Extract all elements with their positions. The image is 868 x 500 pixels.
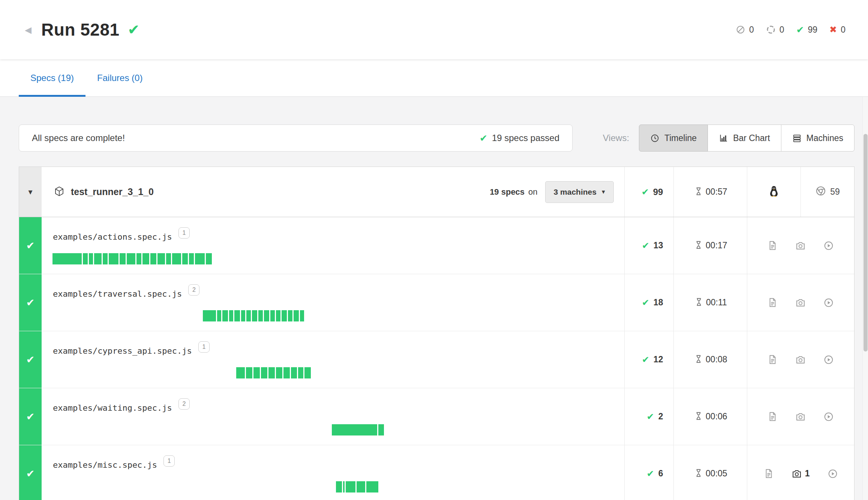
timeline-bar[interactable]: [203, 310, 304, 321]
clock-icon: [650, 134, 660, 143]
spec-status-cell: ✔: [19, 274, 42, 331]
spec-cell[interactable]: examples/cypress_api.spec.js 1: [42, 331, 624, 388]
header: ◂ Run 5281 ✔ 0 0 ✔ 99 ✖ 0: [0, 0, 868, 59]
view-machines-button[interactable]: Machines: [781, 125, 855, 152]
spec-rows: ✔ examples/actions.spec.js 1 ✔ 13 00:17: [19, 217, 854, 500]
stat-failed: ✖ 0: [829, 24, 846, 35]
check-icon: ✔: [26, 240, 35, 252]
group-os-cell: [747, 167, 801, 217]
output-file-icon[interactable]: [764, 468, 774, 479]
group-browser-cell: 59: [801, 167, 854, 217]
spec-badge: 1: [198, 341, 210, 353]
duration-cell: 00:17: [673, 217, 747, 274]
camera-icon[interactable]: [795, 411, 806, 422]
table-row: ✔ examples/actions.spec.js 1 ✔ 13 00:17: [19, 217, 854, 274]
timeline-track: [42, 424, 624, 435]
stat-skipped: 0: [736, 25, 754, 35]
passed-count: 2: [658, 411, 663, 422]
view-bar-chart-button[interactable]: Bar Chart: [708, 125, 781, 152]
spec-cell[interactable]: examples/actions.spec.js 1: [42, 217, 624, 274]
timeline-bar[interactable]: [336, 481, 378, 492]
spec-badge: 2: [188, 284, 199, 296]
check-icon: ✔: [480, 133, 487, 144]
table-row: ✔ examples/misc.spec.js 1 ✔ 6 00:05: [19, 445, 854, 500]
duration-value: 00:06: [706, 411, 727, 422]
check-icon: ✔: [26, 354, 35, 366]
passed-summary: ✔ 19 specs passed: [480, 133, 559, 144]
passed-cell: ✔ 2: [624, 388, 674, 445]
check-icon: ✔: [26, 411, 35, 423]
camera-icon[interactable]: [795, 240, 806, 251]
check-icon: ✔: [647, 411, 654, 422]
view-bar-chart-label: Bar Chart: [733, 133, 770, 143]
group-machines-summary: 19 specs on 3 machines ▾: [490, 181, 613, 203]
play-icon[interactable]: [823, 240, 834, 251]
timeline-bar[interactable]: [52, 253, 211, 264]
specs-table: ▾ test_runner_3_1_0 19 specs on 3 machin…: [19, 167, 855, 500]
screenshot-count: 1: [805, 468, 810, 479]
timeline-track: [42, 310, 624, 321]
collapse-caret[interactable]: ▾: [19, 167, 42, 217]
spec-file-name: examples/waiting.spec.js: [53, 403, 172, 413]
stat-running: 0: [766, 25, 784, 35]
view-machines-label: Machines: [807, 133, 843, 143]
machines-icon: [792, 134, 802, 143]
play-icon[interactable]: [823, 411, 834, 422]
passed-count: 13: [654, 240, 663, 251]
group-spec-count: 19 specs: [490, 187, 525, 197]
artifacts-cell: [747, 331, 854, 388]
output-file-icon[interactable]: [768, 240, 778, 251]
duration-value: 00:17: [706, 240, 727, 251]
passed-count: 12: [654, 354, 663, 365]
play-icon[interactable]: [823, 354, 834, 365]
scrollbar-thumb[interactable]: [864, 134, 868, 351]
artifacts-cell: [747, 388, 854, 445]
artifacts-cell: [747, 274, 854, 331]
passed-cell: ✔ 6: [624, 445, 674, 500]
table-row: ✔ examples/waiting.spec.js 2 ✔ 2 00:06: [19, 388, 854, 445]
spec-cell[interactable]: examples/misc.spec.js 1: [42, 445, 624, 500]
camera-icon[interactable]: 1: [792, 468, 810, 479]
group-passed-cell: ✔ 99: [624, 167, 674, 217]
duration-cell: 00:06: [673, 388, 747, 445]
completion-message: All specs are complete!: [32, 133, 125, 143]
camera-icon[interactable]: [795, 297, 806, 308]
passed-summary-text: 19 specs passed: [492, 133, 559, 143]
main-content: All specs are complete! ✔ 19 specs passe…: [0, 97, 868, 500]
completion-banner: All specs are complete! ✔ 19 specs passe…: [19, 125, 573, 152]
machines-dropdown[interactable]: 3 machines ▾: [545, 181, 614, 203]
spec-status-cell: ✔: [19, 445, 42, 500]
output-file-icon[interactable]: [768, 297, 778, 308]
page-title: Run 5281: [41, 20, 120, 40]
artifacts-cell: [747, 217, 854, 274]
spec-status-cell: ✔: [19, 331, 42, 388]
camera-icon[interactable]: [795, 354, 806, 365]
table-row: ✔ examples/traversal.spec.js 2 ✔ 18 00:1…: [19, 274, 854, 331]
cross-icon: ✖: [829, 24, 837, 35]
output-file-icon[interactable]: [768, 354, 778, 365]
hourglass-icon: [694, 411, 703, 422]
back-arrow-icon[interactable]: ◂: [25, 22, 31, 38]
timeline-bar[interactable]: [332, 424, 384, 435]
bar-chart-icon: [719, 134, 728, 143]
spec-cell[interactable]: examples/waiting.spec.js 2: [42, 388, 624, 445]
timeline-bar[interactable]: [236, 367, 311, 378]
view-timeline-button[interactable]: Timeline: [639, 125, 708, 152]
check-icon: ✔: [26, 468, 35, 480]
group-name-cell: test_runner_3_1_0 19 specs on 3 machines…: [42, 167, 624, 217]
tab-failures[interactable]: Failures (0): [85, 59, 154, 96]
spec-cell[interactable]: examples/traversal.spec.js 2: [42, 274, 624, 331]
artifacts-cell: 1: [747, 445, 854, 500]
play-icon[interactable]: [823, 297, 834, 308]
spec-badge: 1: [178, 227, 190, 239]
spec-status-cell: ✔: [19, 388, 42, 445]
spec-file-name: examples/misc.spec.js: [53, 460, 157, 470]
tab-specs[interactable]: Specs (19): [19, 59, 85, 96]
toolbar: All specs are complete! ✔ 19 specs passe…: [19, 125, 855, 152]
hourglass-icon: [694, 354, 703, 365]
views-label: Views:: [603, 133, 629, 143]
stat-passed: ✔ 99: [796, 24, 818, 35]
play-icon[interactable]: [828, 468, 838, 479]
group-on-word: on: [528, 187, 537, 197]
output-file-icon[interactable]: [768, 411, 778, 422]
